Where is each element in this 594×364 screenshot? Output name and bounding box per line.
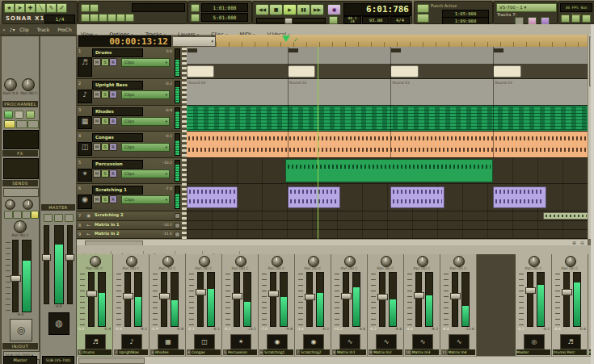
note-6-button[interactable] [125,14,134,22]
fader-cap[interactable] [86,291,97,297]
strip-volume-fader[interactable] [234,272,240,327]
console-scrollbar[interactable] [77,356,594,364]
strip-volume-fader[interactable] [343,272,349,327]
pause-button[interactable]: ▮▮ [297,4,310,15]
rewind-button[interactable]: ◀◀ [255,4,269,15]
console-strip[interactable]: Pan (N) C-0.9-0.8▦3Rhodes [150,254,186,356]
strip-pan-knob[interactable] [90,256,101,267]
eq-band-button-2[interactable] [16,120,27,128]
arm-button[interactable]: R [109,90,117,98]
strip-name-plate[interactable]: 10Matrix In3 [405,349,439,355]
strip-pan-knob[interactable] [565,256,576,267]
clip-lane-scratch[interactable] [187,184,588,211]
prochannel-power-button[interactable] [4,111,13,119]
track-widget-icon[interactable] [175,232,180,237]
audio-clip[interactable] [543,212,588,219]
snap-grid-button[interactable] [90,4,99,12]
metronome-button[interactable] [329,16,338,24]
console-strip[interactable]: Pan (N) C-4.6-8.2∿10Matrix In3 [404,254,440,356]
tempo-display[interactable]: 93.00 [362,16,390,24]
console-strip[interactable]: Pan (N) C-3.6-0.2◉7Scratchng2 [295,254,331,356]
note-3-button[interactable] [99,14,107,22]
loop-set-button[interactable] [191,14,200,22]
strip-name-plate[interactable]: 5Percussion [223,349,257,355]
strip-pan-knob[interactable] [199,256,210,267]
eq-band-button-3[interactable] [27,120,39,128]
note-4-button[interactable] [107,14,116,22]
send-dropdown[interactable] [3,188,39,197]
clips-dropdown[interactable]: Clips▾ [121,143,170,152]
console-strip[interactable]: Pan (N) C-0.2-4.2◎Master [516,254,552,356]
fx-bin[interactable] [3,158,39,179]
fader-cap[interactable] [196,289,206,295]
track-name[interactable]: Percussion [92,160,143,169]
clips-dropdown[interactable]: Clips▾ [121,169,170,178]
solo-button[interactable]: S [101,90,109,98]
mute-button[interactable] [4,211,13,219]
mute-button[interactable]: M [93,195,101,203]
track-widget-icon[interactable] [175,213,180,219]
midi-clip[interactable] [493,65,520,77]
track-row[interactable]: 3▦Rhodes-0.9MSR≡Clips▾ [77,106,182,132]
play-button[interactable]: ▶ [283,4,297,15]
clips-dropdown[interactable]: Clips▾ [121,58,170,67]
clip-lane-congas[interactable] [187,132,588,158]
console-strip[interactable]: Pan (N) C-0.1-6.1◫4Congas [186,254,222,356]
track-widget-icon[interactable] [175,223,180,228]
master-header[interactable]: MASTER [41,204,75,211]
note-1-button[interactable] [81,14,90,22]
tab-track[interactable]: Track [34,27,53,32]
fader-cap[interactable] [232,293,242,299]
loop-on-button[interactable] [191,4,200,12]
clips-dropdown[interactable]: Clips▾ [121,90,170,99]
prochannel-knob-button[interactable] [26,111,35,119]
clip-lane-empty[interactable] [187,221,588,230]
track-row[interactable]: 5✶Percussion-10.2MSR≡Clips▾ [77,158,182,184]
console-strip[interactable]: Pan (N) C-7.0-9.8◉6Scratchng1 [259,254,295,356]
strip-volume-fader[interactable] [452,272,458,327]
note-5-button[interactable] [116,14,125,22]
sends-header[interactable]: SENDS [2,180,38,186]
snap-toggle-button[interactable] [81,4,90,12]
arm-button[interactable]: R [109,143,117,151]
position-slider-thumb[interactable] [284,18,293,24]
track-row[interactable]: 8←Matrix In 1-10.2 [77,221,182,230]
strip-pan-knob[interactable] [453,256,465,267]
track-row[interactable]: 9←Matrix In 2-11.5 [77,230,182,239]
meter-display[interactable]: 4/4 [390,16,410,24]
clip-lane-perc[interactable] [187,158,588,184]
midi-clip[interactable] [187,65,214,77]
strip-name-plate[interactable]: 9Matrix In2 [369,349,402,355]
edit-tool-button[interactable]: ╲ [36,3,46,13]
arm-button[interactable]: R [109,195,117,203]
strip-name-plate[interactable]: 3Rhodes [150,349,184,355]
fader-cap[interactable] [159,293,170,299]
console-strip[interactable]: Pan (N) C-8.6-22.6∿11Matrix In4 [440,254,477,356]
snap-display[interactable]: 1/4 [44,15,75,23]
fader-cap[interactable] [525,287,536,294]
audio-clip[interactable] [493,186,546,209]
sync-button-1[interactable] [561,15,570,23]
strip-pan-knob[interactable] [235,256,246,267]
eq-graph-display[interactable] [3,130,39,149]
punch-in-toggle[interactable] [417,4,429,13]
now-time-marker-icon[interactable] [282,36,290,42]
zoom-out-icon[interactable]: ⊖ [580,240,584,245]
loop-start-display[interactable]: 1:01:000 [201,3,248,12]
volume-fader[interactable] [12,240,19,312]
strip-volume-fader[interactable] [124,272,131,327]
track-name[interactable]: Scratching 1 [92,186,143,195]
strip-volume-fader[interactable] [270,272,276,327]
strip-volume-fader[interactable] [161,272,167,327]
master-dim-button[interactable] [65,214,74,222]
draw-tool-button[interactable]: ✎ [46,3,57,13]
audio-clip[interactable] [187,186,238,209]
fader-cap[interactable] [414,292,424,299]
strip-pan-knob[interactable] [344,256,356,267]
mute-button[interactable]: M [93,58,101,66]
strip-pan-knob[interactable] [272,256,283,267]
strip-name-plate[interactable]: 6Scratchng1 [259,349,293,355]
strip-pan-knob[interactable] [381,256,392,267]
console-strip[interactable]: Pan (N) C-0.4-8.2♪2UprightBas [113,254,150,356]
solo-button[interactable]: S [101,143,109,151]
